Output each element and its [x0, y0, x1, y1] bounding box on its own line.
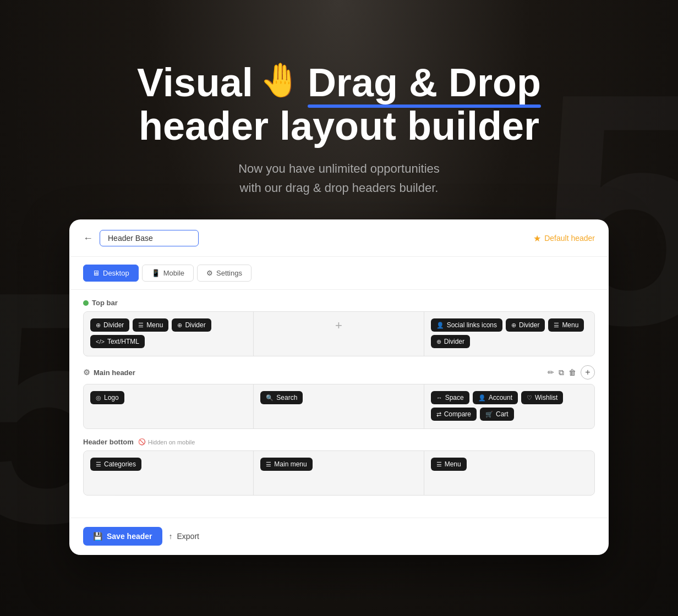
- chip-label: Compare: [444, 410, 471, 418]
- tab-settings-label: Settings: [216, 269, 242, 277]
- tab-mobile[interactable]: 📱 Mobile: [142, 265, 194, 282]
- mainheader-chip-compare[interactable]: ⇄ Compare: [431, 408, 477, 421]
- topbar-label: Top bar: [92, 299, 118, 307]
- page-content: Visual 🤚 Drag & Drop header layout build…: [0, 39, 678, 578]
- tabs-row: 🖥 Desktop 📱 Mobile ⚙ Settings: [70, 257, 608, 290]
- divider-icon: ⊕: [436, 338, 441, 345]
- mainheader-chip-account[interactable]: 👤 Account: [473, 391, 518, 404]
- eye-off-icon: 🚫: [138, 438, 146, 446]
- mainheader-row: ◎ Logo 🔍 Search ↔: [83, 384, 595, 429]
- chip-label: Menu: [562, 321, 578, 329]
- save-header-button[interactable]: 💾 Save header: [83, 527, 162, 546]
- export-icon: ↑: [169, 532, 173, 541]
- topbar-chip-social[interactable]: 👤 Social links icons: [431, 318, 502, 332]
- topbar-chip-divider3[interactable]: ⊕ Divider: [506, 318, 545, 332]
- export-button[interactable]: ↑ Export: [169, 532, 199, 541]
- hero-title: Visual 🤚 Drag & Drop header layout build…: [137, 61, 541, 148]
- mainheader-chip-space[interactable]: ↔ Space: [431, 391, 469, 404]
- chip-label: Main menu: [274, 460, 307, 468]
- mainmenu-icon: ☰: [266, 461, 271, 468]
- topbar-chip-menu2[interactable]: ☰ Menu: [548, 318, 584, 332]
- tab-settings[interactable]: ⚙ Settings: [197, 265, 251, 282]
- settings-icon: ⚙: [206, 269, 213, 277]
- mobile-icon: 📱: [151, 269, 160, 277]
- header-name-input[interactable]: [100, 230, 199, 246]
- headerbottom-label-row: Header bottom 🚫 Hidden on mobile: [83, 438, 595, 446]
- chip-label: Logo: [104, 394, 119, 402]
- mainheader-chip-wishlist[interactable]: ♡ Wishlist: [521, 391, 563, 404]
- topbar-row: ⊕ Divider ☰ Menu ⊕ Divider </> Text/HTML: [83, 311, 595, 356]
- topbar-section-label: Top bar: [83, 299, 595, 307]
- topbar-right-col: 👤 Social links icons ⊕ Divider ☰ Menu ⊕ …: [424, 312, 594, 356]
- hero-subtitle: Now you have unlimited opportunities wit…: [238, 159, 440, 197]
- topbar-chip-menu[interactable]: ☰ Menu: [133, 318, 168, 332]
- chip-label: Account: [489, 394, 512, 402]
- gear-icon: ⚙: [83, 368, 90, 377]
- tab-desktop[interactable]: 🖥 Desktop: [83, 265, 139, 282]
- mainheader-chip-search[interactable]: 🔍 Search: [260, 391, 303, 404]
- menu-icon: ☰: [436, 461, 442, 468]
- hidden-badge: 🚫 Hidden on mobile: [138, 438, 195, 446]
- trash-icon[interactable]: 🗑: [568, 368, 576, 377]
- save-icon: 💾: [93, 532, 102, 541]
- topbar-center-col: +: [254, 312, 424, 356]
- tab-mobile-label: Mobile: [163, 269, 184, 277]
- chip-label: Divider: [103, 321, 124, 329]
- edit-icon[interactable]: ✏: [548, 368, 554, 377]
- card-header: ← ★ Default header: [70, 220, 608, 257]
- mainheader-right-col: ↔ Space 👤 Account ♡ Wishlist ⇄: [424, 384, 594, 428]
- duplicate-icon[interactable]: ⧉: [559, 368, 564, 377]
- topbar-left-col: ⊕ Divider ☰ Menu ⊕ Divider </> Text/HTML: [84, 312, 254, 356]
- topbar-chip-divider2[interactable]: ⊕ Divider: [172, 318, 211, 332]
- code-icon: </>: [96, 338, 105, 345]
- card-footer: 💾 Save header ↑ Export: [70, 518, 608, 554]
- search-icon: 🔍: [266, 394, 274, 402]
- menu-icon: ☰: [138, 322, 144, 329]
- chip-label: Divider: [444, 338, 464, 345]
- hero-line1-before: Visual: [137, 61, 253, 105]
- topbar-chip-divider4[interactable]: ⊕ Divider: [431, 335, 470, 348]
- chip-label: Categories: [104, 460, 136, 468]
- tab-desktop-label: Desktop: [103, 269, 129, 277]
- desktop-icon: 🖥: [92, 269, 100, 277]
- mainheader-add-btn[interactable]: +: [581, 365, 595, 380]
- topbar-chip-divider1[interactable]: ⊕ Divider: [90, 318, 129, 332]
- chip-label: Text/HTML: [107, 338, 139, 345]
- topbar-chip-texthtml[interactable]: </> Text/HTML: [90, 335, 145, 348]
- menu-icon: ☰: [554, 322, 559, 329]
- mainheader-label: Main header: [94, 369, 135, 377]
- headerbottom-right-col: ☰ Menu: [424, 451, 594, 495]
- export-label: Export: [177, 532, 199, 541]
- chip-label: Menu: [445, 460, 461, 468]
- chip-label: Divider: [185, 321, 205, 329]
- mainheader-center-col: 🔍 Search: [254, 384, 424, 428]
- header-left: ←: [83, 230, 199, 246]
- headerbottom-label: Header bottom: [83, 438, 134, 446]
- headerbottom-chip-categories[interactable]: ☰ Categories: [90, 458, 141, 471]
- divider-icon: ⊕: [511, 322, 516, 329]
- mainheader-chip-logo[interactable]: ◎ Logo: [90, 391, 124, 404]
- mainheader-label-row: ⚙ Main header: [83, 368, 135, 377]
- chip-label: Divider: [519, 321, 539, 329]
- divider-icon: ⊕: [96, 322, 101, 329]
- logo-icon: ◎: [96, 394, 101, 402]
- categories-icon: ☰: [96, 461, 101, 468]
- chip-label: Search: [276, 394, 297, 402]
- account-icon: 👤: [478, 394, 486, 402]
- drag-drop-text: Drag & Drop: [308, 61, 541, 105]
- default-header-label: Default header: [544, 234, 595, 243]
- headerbottom-chip-mainmenu[interactable]: ☰ Main menu: [260, 458, 312, 471]
- social-icon: 👤: [436, 322, 444, 329]
- chip-label: Cart: [496, 410, 508, 418]
- hero-line1: Visual 🤚 Drag & Drop: [137, 61, 541, 105]
- topbar-add-btn[interactable]: +: [260, 318, 417, 333]
- hand-icon: 🤚: [260, 62, 301, 98]
- divider-icon: ⊕: [177, 322, 182, 329]
- builder-body: Top bar ⊕ Divider ☰ Menu ⊕ Divider: [70, 290, 608, 518]
- headerbottom-chip-menu[interactable]: ☰ Menu: [431, 458, 467, 471]
- compare-icon: ⇄: [436, 411, 441, 418]
- cart-icon: 🛒: [485, 411, 493, 418]
- back-button[interactable]: ←: [83, 233, 93, 244]
- mainheader-chip-cart[interactable]: 🛒 Cart: [480, 408, 514, 421]
- chip-label: Social links icons: [447, 321, 497, 329]
